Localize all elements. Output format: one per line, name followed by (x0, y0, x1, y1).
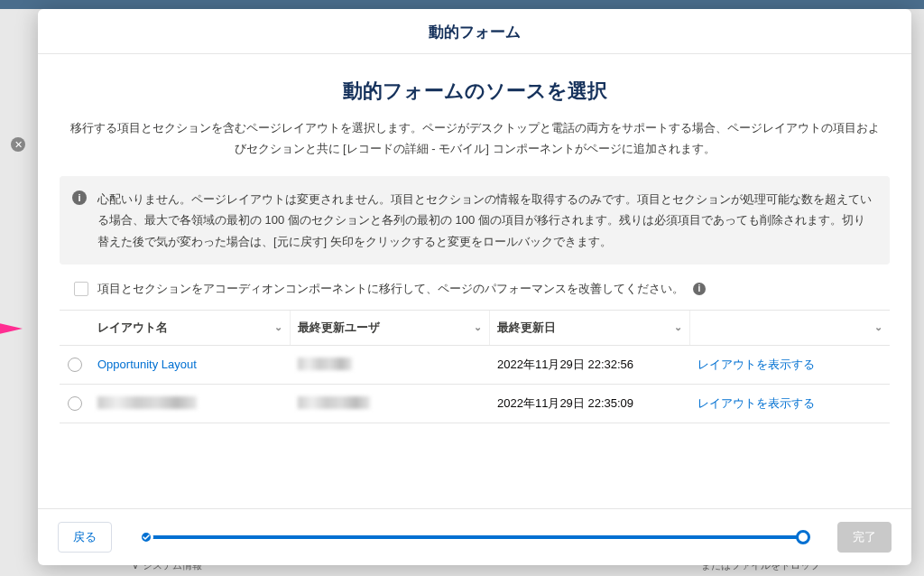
modal-title: 動的フォーム (38, 9, 911, 54)
layout-radio[interactable] (68, 396, 82, 411)
accordion-checkbox[interactable] (74, 282, 88, 296)
chevron-down-icon: ⌄ (474, 321, 482, 333)
layout-name-cell: ██████ (90, 395, 291, 412)
table-row: ██████████2022年11月29日 22:35:09レイアウトを表示する (60, 385, 890, 423)
dynamic-forms-modal: 動的フォーム 動的フォームのソースを選択 移行する項目とセクションを含むページレ… (38, 9, 911, 565)
section-title: 動的フォームのソースを選択 (60, 78, 890, 105)
progress-step-done-icon (139, 530, 153, 544)
col-actions[interactable]: ⌄ (690, 312, 891, 342)
layouts-table: レイアウト名 ⌄ 最終更新ユーザ ⌄ 最終更新日 ⌄ ⌄ Opportunity… (60, 310, 890, 423)
layout-radio[interactable] (68, 358, 82, 372)
progress-bar (146, 535, 803, 539)
table-row: Opportunity Layout████2022年11月29日 22:32:… (60, 346, 890, 385)
info-alert: i 心配いりません。ページレイアウトは変更されません。項目とセクションの情報を取… (60, 176, 890, 265)
chevron-down-icon: ⌄ (874, 321, 882, 333)
modal-footer: 戻る 完了 (38, 508, 911, 565)
done-button: 完了 (837, 522, 892, 553)
show-layout-link[interactable]: レイアウトを表示する (698, 396, 815, 410)
modal-body: 動的フォームのソースを選択 移行する項目とセクションを含むページレイアウトを選択… (38, 54, 911, 508)
modified-date-cell: 2022年11月29日 22:32:56 (490, 355, 690, 375)
alert-text: 心配いりません。ページレイアウトは変更されません。項目とセクションの情報を取得す… (97, 189, 875, 252)
layout-name-link[interactable]: Opportunity Layout (97, 358, 197, 371)
table-header: レイアウト名 ⌄ 最終更新ユーザ ⌄ 最終更新日 ⌄ ⌄ (60, 311, 890, 346)
help-icon[interactable]: i (693, 283, 706, 295)
modified-by-cell: ████ (291, 395, 491, 412)
bg-dismiss-icon: ✕ (11, 137, 25, 152)
progress-step-current-icon (796, 530, 810, 544)
lead-text: 移行する項目とセクションを含むページレイアウトを選択します。ページがデスクトップ… (69, 117, 881, 160)
chevron-down-icon: ⌄ (274, 321, 282, 333)
col-last-modified-date[interactable]: 最終更新日 ⌄ (490, 311, 690, 345)
bg-app-header (0, 0, 924, 9)
col-last-modified-by[interactable]: 最終更新ユーザ ⌄ (291, 311, 491, 345)
modified-date-cell: 2022年11月29日 22:35:09 (490, 394, 690, 413)
chevron-down-icon: ⌄ (674, 321, 682, 333)
col-layout-name[interactable]: レイアウト名 ⌄ (90, 311, 291, 345)
modified-by-cell: ████ (291, 356, 491, 373)
info-icon: i (72, 190, 87, 205)
pointer-arrow-icon (0, 322, 23, 335)
accordion-checkbox-label: 項目とセクションをアコーディオンコンポーネントに移行して、ページのパフォーマンス… (97, 281, 684, 297)
layout-name-cell: Opportunity Layout (90, 356, 291, 373)
show-layout-link[interactable]: レイアウトを表示する (698, 358, 815, 371)
accordion-option-row: 項目とセクションをアコーディオンコンポーネントに移行して、ページのパフォーマンス… (60, 274, 890, 310)
back-button[interactable]: 戻る (58, 522, 112, 553)
